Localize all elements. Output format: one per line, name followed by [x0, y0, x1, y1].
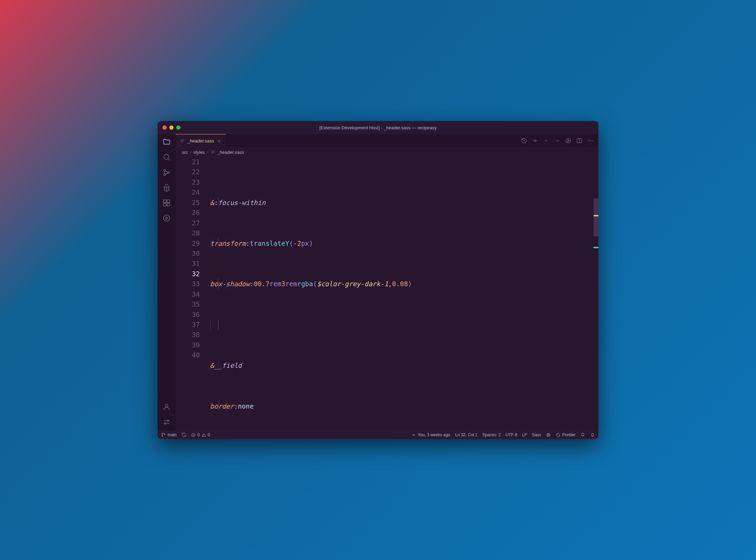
svg-point-20: [162, 433, 163, 434]
overview-ruler[interactable]: [594, 157, 598, 431]
breadcrumb-part[interactable]: src: [182, 150, 188, 155]
svg-point-1: [164, 170, 166, 171]
svg-point-17: [588, 140, 589, 141]
extensions-icon[interactable]: [162, 198, 171, 207]
code-content[interactable]: &:focus-within transform: translateY(-2p…: [209, 157, 598, 431]
svg-point-8: [164, 215, 170, 221]
svg-rect-7: [167, 200, 170, 203]
maximize-window-button[interactable]: [176, 125, 180, 130]
problems-status[interactable]: 0 0: [191, 432, 210, 437]
svg-point-14: [557, 140, 558, 141]
prettier-icon: [556, 433, 560, 437]
svg-point-2: [164, 174, 166, 176]
svg-point-0: [164, 155, 169, 159]
sync-status[interactable]: [181, 432, 186, 437]
minimize-window-button[interactable]: [169, 125, 174, 130]
svg-point-27: [549, 435, 550, 436]
warning-icon: [202, 433, 206, 437]
svg-point-18: [590, 140, 591, 141]
breadcrumb-part[interactable]: _header.sass: [217, 150, 244, 155]
file-icon: [211, 150, 215, 155]
git-compare-icon[interactable]: [532, 138, 538, 144]
encoding-status[interactable]: UTF-8: [506, 432, 517, 437]
chevron-right-icon: ›: [190, 150, 191, 155]
editor-group: _header.sass src ›: [176, 134, 598, 431]
svg-point-9: [165, 404, 168, 407]
copilot-status[interactable]: [546, 432, 551, 438]
more-icon[interactable]: [587, 138, 594, 144]
window-title: [Extension Development Host] - _header.s…: [158, 125, 598, 130]
breadcrumb-part[interactable]: styles: [193, 150, 205, 155]
line-gutter: 21222324 25262728 29303132 33343536 3738…: [176, 157, 209, 431]
svg-point-15: [566, 138, 571, 143]
accounts-icon[interactable]: [162, 402, 171, 411]
svg-rect-25: [547, 434, 550, 436]
commit-icon: [411, 433, 416, 437]
svg-rect-6: [167, 203, 170, 206]
tab-label: _header.sass: [187, 138, 214, 143]
svg-point-10: [167, 420, 169, 421]
file-icon: [180, 139, 185, 143]
svg-point-24: [413, 434, 414, 435]
chevron-right-icon: ›: [207, 150, 208, 155]
svg-point-21: [162, 436, 163, 437]
timeline-icon[interactable]: [162, 214, 171, 223]
close-window-button[interactable]: [162, 125, 167, 130]
editor-actions: [521, 134, 598, 147]
svg-point-11: [165, 423, 166, 424]
eol-status[interactable]: LF: [522, 432, 527, 437]
copilot-icon: [546, 432, 551, 438]
search-icon[interactable]: [162, 153, 171, 162]
cursor-position[interactable]: Ln 32, Col 1: [455, 432, 478, 437]
svg-point-26: [548, 435, 548, 436]
sync-icon: [181, 432, 186, 437]
settings-icon[interactable]: [162, 418, 171, 427]
indentation-status[interactable]: Spaces: 2: [482, 432, 501, 437]
feedback-status[interactable]: [580, 432, 585, 437]
activity-bar: [158, 134, 176, 431]
formatter-status[interactable]: Prettier: [556, 432, 576, 437]
svg-point-13: [545, 140, 547, 141]
blame-status[interactable]: You, 3 weeks ago: [411, 432, 450, 437]
branch-icon: [161, 432, 166, 437]
prev-change-icon[interactable]: [543, 138, 549, 144]
git-branch-status[interactable]: main: [161, 432, 177, 437]
svg-rect-4: [164, 200, 166, 203]
code-editor[interactable]: 21222324 25262728 29303132 33343536 3738…: [176, 157, 598, 431]
titlebar: [Extension Development Host] - _header.s…: [158, 121, 598, 134]
error-icon: [191, 433, 196, 437]
window-controls: [158, 125, 180, 130]
tab-bar: _header.sass: [176, 134, 598, 147]
svg-rect-5: [164, 203, 166, 206]
vscode-window: [Extension Development Host] - _header.s…: [158, 121, 598, 439]
next-change-icon[interactable]: [554, 138, 560, 144]
explorer-icon[interactable]: [162, 138, 171, 147]
breadcrumb[interactable]: src › styles › _header.sass: [176, 147, 598, 157]
close-icon[interactable]: [217, 139, 222, 143]
tab-header-sass[interactable]: _header.sass: [176, 134, 226, 147]
svg-point-19: [592, 140, 592, 141]
language-status[interactable]: Sass: [532, 432, 541, 437]
notifications-status[interactable]: [590, 432, 595, 437]
history-icon[interactable]: [521, 138, 527, 144]
feedback-icon: [580, 432, 585, 437]
svg-point-12: [534, 140, 536, 142]
status-bar: main 0 0 You, 3 weeks ago Ln 32, Col 1 S…: [158, 431, 598, 439]
bell-icon: [590, 432, 595, 437]
run-icon[interactable]: [565, 138, 571, 144]
svg-point-3: [168, 172, 170, 174]
split-editor-icon[interactable]: [576, 138, 582, 144]
debug-icon[interactable]: [162, 183, 171, 192]
source-control-icon[interactable]: [162, 168, 171, 177]
